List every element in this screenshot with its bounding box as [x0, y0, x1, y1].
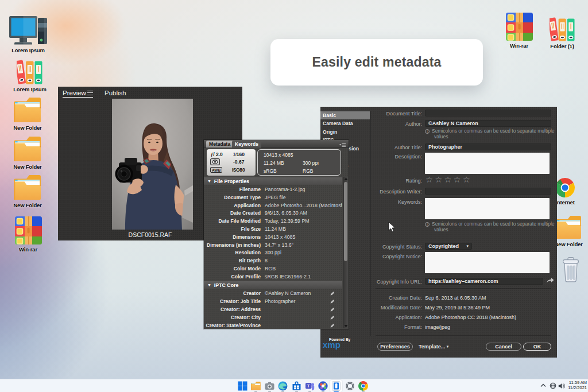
svg-text:T: T: [307, 383, 310, 389]
